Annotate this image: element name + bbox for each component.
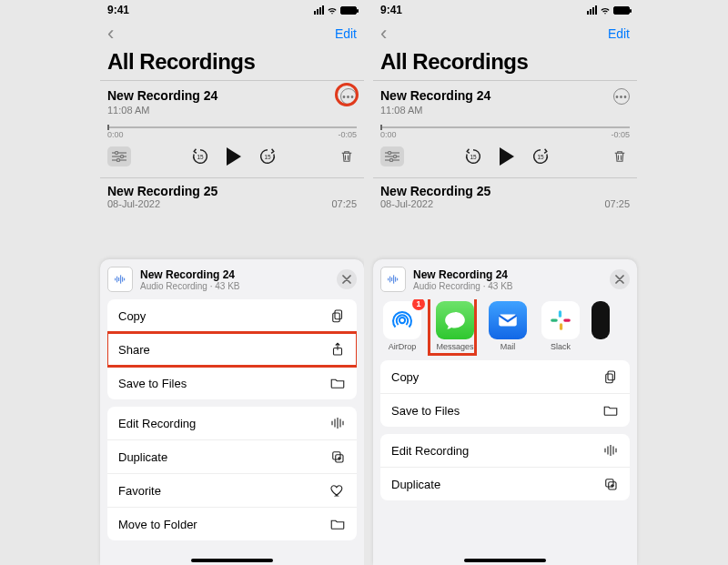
share-icon [329, 341, 346, 358]
page-title: All Recordings [100, 47, 364, 80]
options-button[interactable] [107, 146, 131, 166]
menu-label: Edit Recording [118, 417, 196, 430]
svg-rect-48 [551, 318, 558, 321]
forward-15-button[interactable]: 15 [258, 146, 278, 166]
share-apps-row: 1 AirDrop Messages Mail [373, 299, 637, 360]
waveform-icon [329, 415, 346, 431]
sliders-icon [385, 151, 399, 162]
app-mail[interactable]: Mail [486, 301, 530, 351]
waveform-icon [113, 272, 127, 287]
recording2-title: New Recording 25 [380, 184, 490, 198]
menu-move-to-folder[interactable]: Move to Folder [107, 508, 357, 540]
sheet-thumb [107, 267, 133, 292]
sheet-thumb [380, 267, 406, 292]
recording2-date: 08-Jul-2022 [107, 198, 217, 209]
back-icon[interactable]: ‹ [107, 22, 114, 45]
scrub-end: -0:05 [611, 130, 630, 139]
delete-button[interactable] [610, 146, 630, 166]
mail-icon [489, 301, 527, 339]
menu-label: Move to Folder [118, 518, 197, 531]
wifi-icon [327, 5, 338, 15]
recording-detail: New Recording 24 11:08 AM ••• 0:00-0:05 [100, 81, 364, 177]
edit-button[interactable]: Edit [335, 26, 357, 41]
scrub-start: 0:00 [107, 130, 124, 139]
svg-rect-17 [333, 313, 340, 322]
rewind-15-button[interactable]: 15 [463, 146, 483, 166]
slack-icon [541, 301, 580, 339]
battery-icon [340, 6, 357, 15]
battery-icon [613, 6, 630, 15]
sheet-close-button[interactable] [610, 269, 630, 289]
menu-save-to-files[interactable]: Save to Files [107, 367, 357, 399]
annotation-highlight [335, 83, 359, 106]
recording2-date: 08-Jul-2022 [380, 198, 490, 209]
forward-15-button[interactable]: 15 [531, 146, 551, 166]
status-time: 9:41 [380, 4, 402, 16]
folder-icon [602, 402, 619, 419]
scrub-end: -0:05 [338, 130, 357, 139]
recording-time: 11:08 AM [107, 105, 217, 116]
svg-point-3 [120, 155, 123, 157]
rewind-15-button[interactable]: 15 [190, 146, 210, 166]
recording-list-item[interactable]: New Recording 25 08-Jul-2022 07:25 [373, 178, 637, 213]
app-label: Messages [436, 342, 473, 351]
badge: 1 [412, 299, 425, 310]
menu-label: Save to Files [391, 404, 460, 418]
app-airdrop[interactable]: 1 AirDrop [380, 301, 424, 351]
edit-button[interactable]: Edit [608, 26, 630, 41]
svg-point-5 [116, 158, 119, 161]
app-messages[interactable]: Messages [433, 301, 477, 351]
play-button[interactable] [500, 147, 514, 166]
scrubber[interactable] [380, 126, 630, 128]
sheet-close-button[interactable] [337, 269, 357, 289]
folder-icon [329, 375, 346, 391]
more-button[interactable]: ••• [613, 88, 630, 105]
svg-text:15: 15 [470, 154, 477, 160]
app-more[interactable] [592, 301, 610, 351]
sliders-icon [112, 151, 126, 162]
signal-icon [587, 5, 597, 15]
menu-share[interactable]: Share [107, 333, 357, 367]
scrub-start: 0:00 [380, 130, 397, 139]
trash-icon [339, 148, 355, 165]
menu-label: Copy [118, 309, 146, 323]
menu-label: Copy [391, 370, 419, 384]
home-indicator[interactable] [464, 559, 546, 562]
messages-icon [436, 301, 474, 339]
page-title: All Recordings [373, 47, 637, 80]
delete-button[interactable] [337, 146, 357, 166]
duplicate-icon [329, 449, 346, 465]
recording-list-item[interactable]: New Recording 25 08-Jul-2022 07:25 [100, 178, 364, 213]
home-indicator[interactable] [191, 559, 273, 562]
svg-text:15: 15 [197, 154, 204, 160]
back-icon[interactable]: ‹ [380, 22, 387, 45]
duplicate-icon [602, 476, 619, 492]
options-button[interactable] [380, 146, 404, 166]
menu-copy[interactable]: Copy [107, 299, 357, 333]
menu-copy[interactable]: Copy [380, 360, 630, 394]
recording-time: 11:08 AM [380, 105, 490, 116]
app-slack[interactable]: Slack [539, 301, 582, 351]
menu-duplicate[interactable]: Duplicate [380, 468, 630, 500]
svg-rect-52 [606, 374, 613, 383]
menu-favorite[interactable]: Favorite [107, 474, 357, 508]
forward-icon: 15 [531, 146, 551, 166]
status-bar: 9:41 [373, 0, 637, 20]
menu-save-to-files[interactable]: Save to Files [380, 394, 630, 427]
svg-point-45 [399, 318, 405, 323]
app-partial-icon [592, 301, 610, 339]
status-time: 9:41 [107, 4, 129, 16]
menu-edit-recording[interactable]: Edit Recording [107, 407, 357, 440]
recording2-duration: 07:25 [604, 198, 630, 209]
airdrop-icon: 1 [383, 301, 421, 339]
recording-detail: New Recording 24 11:08 AM ••• 0:00-0:05 [373, 81, 637, 177]
more-button[interactable]: ••• [340, 88, 357, 105]
svg-rect-47 [559, 310, 561, 318]
status-bar: 9:41 [100, 0, 364, 20]
menu-edit-recording[interactable]: Edit Recording [380, 434, 630, 468]
menu-duplicate[interactable]: Duplicate [107, 440, 357, 474]
play-button[interactable] [227, 147, 241, 166]
rewind-icon: 15 [463, 146, 483, 166]
recording2-title: New Recording 25 [107, 184, 217, 198]
scrubber[interactable] [107, 126, 357, 128]
